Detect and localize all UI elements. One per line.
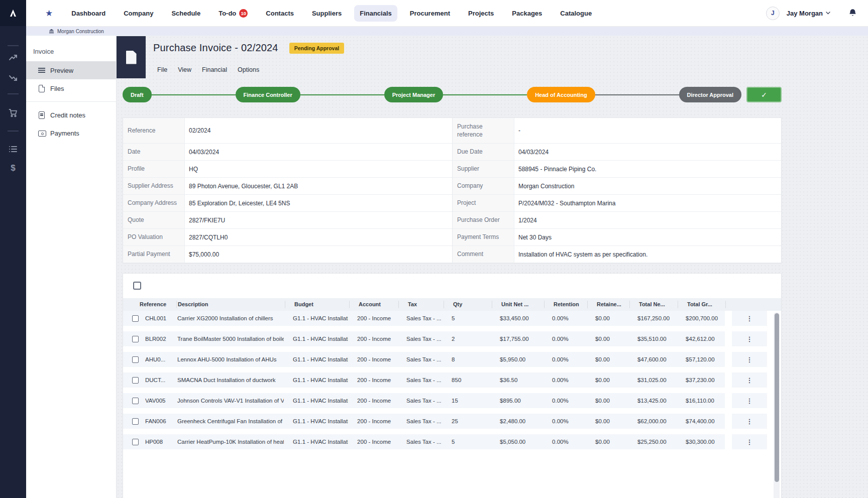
cell-account: 200 - Income (348, 439, 397, 445)
list-icon[interactable] (9, 145, 18, 154)
row-checkbox[interactable] (132, 439, 139, 445)
nav-item[interactable]: Schedule (166, 5, 206, 22)
column-header-retention[interactable]: Retention (544, 301, 587, 308)
nav-item[interactable]: Suppliers (306, 5, 347, 22)
user-menu[interactable]: Jay Morgan (787, 10, 830, 17)
sidebar-item[interactable]: Payments (26, 124, 116, 142)
row-menu-kebab-icon[interactable]: ⋮ (746, 398, 753, 404)
column-header-retained[interactable]: Retaine... (587, 301, 629, 308)
table-row[interactable]: CHL001 Carrier XG2000 Installation of ch… (123, 311, 781, 326)
notifications-bell-icon[interactable] (848, 9, 857, 18)
cell-account: 200 - Income (348, 336, 397, 342)
cell-total-net: $35,510.00 (628, 336, 677, 342)
invoice-details: Reference 02/2024 Date 04/03/2024 (123, 117, 782, 264)
trending-up-icon[interactable] (9, 53, 18, 62)
nav-item-label: To-do (219, 10, 236, 17)
icon-rail: $ (0, 0, 26, 498)
column-header-unit-net[interactable]: Unit Net ... (492, 301, 544, 308)
column-header-qty[interactable]: Qty (444, 301, 492, 308)
menu-item[interactable]: Options (238, 66, 259, 73)
menu-item[interactable]: File (157, 66, 167, 73)
row-checkbox[interactable] (132, 398, 139, 404)
detail-value: HQ (185, 161, 452, 177)
row-menu-kebab-icon[interactable]: ⋮ (746, 418, 753, 425)
column-header-description[interactable]: Description (176, 301, 285, 308)
row-checkbox[interactable] (132, 377, 139, 384)
column-header-total-net[interactable]: Total Ne... (629, 301, 678, 308)
column-header-reference[interactable]: Reference (123, 301, 176, 308)
cell-account: 200 - Income (348, 377, 397, 383)
workflow-step[interactable]: Draft (123, 87, 152, 102)
row-menu-kebab-icon[interactable]: ⋮ (746, 315, 753, 322)
row-checkbox[interactable] (132, 336, 139, 342)
cell-description: Trane BoilMaster 5000 Installation of bo… (176, 336, 284, 342)
column-header-budget[interactable]: Budget (285, 301, 349, 308)
table-row[interactable]: FAN006 Greenheck Centrifugal Fan Install… (123, 414, 781, 429)
trending-down-icon[interactable] (9, 73, 18, 82)
nav-item[interactable]: Company (118, 5, 159, 22)
sidebar-item[interactable]: Credit notes (26, 106, 116, 124)
row-menu-kebab-icon[interactable]: ⋮ (746, 336, 753, 342)
row-menu-kebab-icon[interactable]: ⋮ (746, 356, 753, 363)
sidebar-item[interactable]: Files (26, 79, 116, 97)
row-checkbox[interactable] (132, 356, 139, 363)
cell-total-net: $31,025.00 (628, 377, 677, 383)
row-menu-kebab-icon[interactable]: ⋮ (746, 439, 753, 445)
nav-item[interactable]: Financials (354, 5, 397, 22)
detail-row: Supplier Address 89 Photon Avenue, Glouc… (123, 178, 452, 195)
workflow-step[interactable]: Finance Controller (236, 87, 300, 102)
workflow-step[interactable]: Project Manager (384, 87, 444, 102)
nav-item[interactable]: To-do 10 (213, 5, 253, 22)
document-menubar: File View Financial Options (157, 66, 344, 78)
workflow-step[interactable]: Director Approval (679, 87, 742, 102)
detail-value: P/2024/M032 - Southampton Marina (514, 195, 781, 211)
menu-item[interactable]: View (178, 66, 191, 73)
cell-budget: G1.1 - HVAC Installation (284, 315, 348, 321)
detail-row: Purchase reference - (453, 118, 781, 144)
table-row[interactable]: BLR002 Trane BoilMaster 5000 Installatio… (123, 331, 781, 346)
row-checkbox[interactable] (132, 315, 139, 322)
table-row[interactable]: HP008 Carrier HeatPump-10K Installation … (123, 434, 781, 449)
detail-value: 89 Photon Avenue, Gloucester, GL1 2AB (185, 178, 452, 194)
nav-item[interactable]: Contacts (260, 5, 299, 22)
avatar[interactable]: J (766, 7, 780, 20)
document-tile (117, 36, 146, 78)
cell-retained: $0.00 (586, 336, 628, 342)
sidebar-item-label: Payments (50, 130, 79, 137)
cart-icon[interactable] (9, 108, 18, 117)
approve-button[interactable]: ✓ (746, 87, 782, 102)
detail-row: Company Address 85 Exploration Dr, Leice… (123, 195, 452, 212)
table-row[interactable]: VAV005 Johnson Controls VAV-V1 Installat… (123, 393, 781, 408)
column-header-total-gross[interactable]: Total Gr... (678, 301, 726, 308)
column-header-account[interactable]: Account (349, 301, 398, 308)
nav-item-label: Packages (512, 10, 542, 17)
row-menu-kebab-icon[interactable]: ⋮ (746, 377, 753, 384)
select-all-checkbox[interactable] (133, 282, 141, 290)
nav-item[interactable]: Packages (506, 5, 548, 22)
table-row[interactable]: AHU0... Lennox AHU-5000 Installation of … (123, 352, 781, 367)
cell-reference: VAV005 (145, 398, 176, 404)
nav-item[interactable]: Projects (463, 5, 499, 22)
row-checkbox[interactable] (132, 418, 139, 425)
nav-item[interactable]: Dashboard (66, 5, 111, 22)
favorite-star-icon[interactable]: ★ (45, 8, 53, 19)
cell-account: 200 - Income (348, 315, 397, 321)
breadcrumb-company[interactable]: Morgan Construction (57, 29, 104, 34)
menu-item[interactable]: Financial (202, 66, 227, 73)
cell-unit-net: $36.50 (491, 377, 543, 383)
cell-unit-net: $17,755.00 (491, 336, 543, 342)
column-header-tax[interactable]: Tax (398, 301, 444, 308)
detail-label: Partial Payment (123, 246, 185, 263)
cell-reference: FAN006 (145, 418, 176, 424)
detail-label: Quote (123, 212, 185, 228)
table-scrollbar-thumb[interactable] (775, 313, 779, 482)
dollar-icon[interactable]: $ (9, 164, 18, 173)
nav-item[interactable]: Catalogue (555, 5, 597, 22)
table-row[interactable]: DUCT... SMACNA Duct Installation of duct… (123, 372, 781, 388)
cell-retained: $0.00 (586, 315, 628, 321)
app-logo[interactable] (0, 0, 26, 26)
sidebar-item[interactable]: Preview (26, 61, 116, 79)
nav-item[interactable]: Procurement (404, 5, 456, 22)
page-title: Purchase Invoice - 02/2024 (153, 42, 278, 54)
workflow-step[interactable]: Head of Accounting (527, 87, 595, 102)
